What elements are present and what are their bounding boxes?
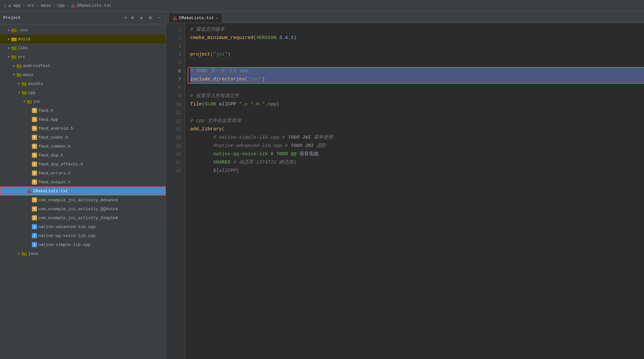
line-num-14: 14: [166, 134, 185, 142]
tree-arrow-assets: [17, 81, 22, 86]
tree-arrow-main: [11, 72, 17, 77]
svg-rect-4: [11, 29, 14, 30]
svg-rect-20: [27, 100, 29, 101]
line-numbers: 1 2 3 4 5 6 7 8 9 10 11 12 13 14 15 16 1…: [166, 23, 185, 359]
tree-item-src[interactable]: src: [0, 52, 166, 61]
breadcrumb-cpp[interactable]: cpp: [57, 3, 64, 8]
tree-item-libs[interactable]: libs: [0, 43, 166, 52]
cpp-file-icon: c: [32, 242, 37, 247]
code-line-16: native-qq-voice-lib # TODO QQ 语音实战: [190, 150, 644, 158]
tree-label-inc: inc: [33, 99, 41, 104]
tree-item-com-advance[interactable]: h com_example_jni_activity_Advance: [0, 195, 166, 204]
tree-item-native-simple[interactable]: c native-simple-lib.cpp: [0, 240, 166, 249]
cpp-file-icon: c: [32, 224, 37, 229]
tree-label-fmod-output-h: fmod_output.h: [38, 180, 71, 185]
cmake-icon-breadcrumb: [71, 4, 75, 8]
tree-label-java: java: [28, 251, 38, 256]
tree-item-fmod-errors-h[interactable]: h fmod_errors.h: [0, 169, 166, 178]
tree-item-fmod-output-h[interactable]: h fmod_output.h: [0, 178, 166, 187]
breadcrumb-src[interactable]: src: [27, 3, 34, 8]
tree-label-com-advance: com_example_jni_activity_Advance: [38, 198, 118, 202]
tree-item-fmod-android-h[interactable]: h fmod_android.h: [0, 124, 166, 133]
svg-rect-6: [11, 38, 14, 39]
sidebar-gear-btn[interactable]: ⚙: [147, 15, 154, 21]
code-line-17: SHARED # 动态库 (STATIC 静态库): [190, 158, 644, 167]
code-text-2a: cmake_minimum_required: [190, 34, 253, 42]
tree-item-cmakelists[interactable]: CMakeLists.txt: [0, 187, 166, 195]
tree-item-androidtest[interactable]: androidTest: [0, 61, 166, 70]
breadcrumb-main[interactable]: main: [41, 3, 51, 8]
tree-label-fmod-h: fmod.h: [38, 108, 53, 113]
h-file-icon: h: [32, 206, 37, 211]
tree-item-cxx[interactable]: .cxx: [0, 26, 166, 34]
sidebar-globe-btn[interactable]: ⊕: [129, 15, 136, 21]
tree-item-cpp[interactable]: cpp: [0, 88, 166, 97]
h-file-icon: h: [32, 180, 37, 185]
tree-item-fmod-codec-h[interactable]: h fmod_codec.h: [0, 133, 166, 142]
code-content[interactable]: # 最低支持版本 cmake_minimum_required(VERSION …: [185, 23, 644, 178]
tree-label-main: main: [23, 73, 33, 77]
tree-item-native-qq[interactable]: c native-qq-voice-lib.cpp: [0, 231, 166, 240]
code-text-10a: file: [190, 101, 202, 108]
folder-icon-src: [11, 54, 17, 59]
tree-label-fmod-hpp: fmod.hpp: [38, 117, 58, 122]
sidebar-minus-btn[interactable]: −: [156, 15, 162, 21]
code-text-6c: 第一步:引入: [207, 67, 240, 75]
tree-item-native-advanced[interactable]: c native-advanced-lib.cpp: [0, 222, 166, 231]
sidebar-title: Project: [3, 15, 122, 20]
tree-item-com-simple[interactable]: h com_example_jni_activity_SimpleA: [0, 213, 166, 222]
h-file-icon: h: [32, 153, 37, 158]
cmake-file-icon: [27, 188, 32, 194]
svg-rect-18: [22, 91, 24, 92]
breadcrumb-cmake[interactable]: CMakeLists.txt: [71, 3, 111, 8]
code-line-8: [190, 84, 644, 92]
editor-panel: CMakeLists.txt ✕ 1 2 3 4 5 6 7 8 9 10 11…: [166, 11, 644, 359]
code-line-2: cmake_minimum_required(VERSION 3.4.1): [190, 34, 644, 42]
tree-item-fmod-h[interactable]: h fmod.h: [0, 106, 166, 115]
code-line-7: include_directories("inc"): [190, 75, 644, 84]
tree-item-com-qqvoice[interactable]: h com_example_jni_activity_QQVoice: [0, 204, 166, 213]
tree-item-fmod-hpp[interactable]: h fmod.hpp: [0, 115, 166, 124]
tree-item-build[interactable]: build: [0, 34, 166, 43]
line-num-12: 12: [166, 117, 185, 125]
file-tree: .cxx build libs: [0, 24, 166, 359]
code-text-13a: add_library: [190, 126, 222, 133]
sidebar-dropdown-icon[interactable]: ▼: [124, 16, 127, 20]
tab-close-cmake[interactable]: ✕: [216, 16, 218, 20]
breadcrumb-sep-4: ›: [66, 3, 69, 8]
line-num-8: 8: [166, 84, 185, 92]
code-text-4a: project: [190, 51, 210, 58]
tab-label-cmake: CMakeLists.txt: [179, 16, 214, 20]
line-num-11: 11: [166, 109, 185, 117]
line-num-16: 16: [166, 150, 185, 158]
tab-cmakelists[interactable]: CMakeLists.txt ✕: [168, 13, 222, 23]
tree-item-fmod-common-h[interactable]: h fmod_common.h: [0, 142, 166, 151]
line-num-18: 18: [166, 167, 185, 175]
sidebar-split-btn[interactable]: ⇅: [138, 15, 145, 21]
tree-arrow-build: [6, 36, 11, 42]
h-file-icon: h: [32, 126, 37, 131]
line-num-7: 7: [166, 75, 185, 84]
tree-label-cxx: .cxx: [18, 28, 28, 33]
line-num-4: 4: [166, 50, 185, 59]
h-file-icon: h: [32, 215, 37, 220]
tree-item-main[interactable]: main: [0, 70, 166, 79]
code-text-6d: inc: [240, 67, 249, 75]
code-line-4: project("jni"): [190, 50, 644, 59]
breadcrumb-sep-3: ›: [53, 3, 55, 8]
tree-item-assets[interactable]: assets: [0, 79, 166, 88]
code-editor: 1 2 3 4 5 6 7 8 9 10 11 12 13 14 15 16 1…: [166, 23, 644, 359]
line-num-9: 9: [166, 92, 185, 100]
tree-label-fmod-dsp-effects-h: fmod_dsp_effects.h: [38, 162, 83, 167]
code-line-10: file(GLOB allCPP *.c *.h *.cpp): [190, 100, 644, 109]
highlighted-block: # TODO 第一步:引入 inc include_directories("i…: [190, 67, 644, 84]
tree-item-java[interactable]: java: [0, 249, 166, 258]
breadcrumb-app[interactable]: app: [13, 3, 20, 8]
tab-bar: CMakeLists.txt ✕: [166, 11, 644, 23]
tree-label-fmod-android-h: fmod_android.h: [38, 126, 73, 131]
tree-item-fmod-dsp-effects-h[interactable]: h fmod_dsp_effects.h: [0, 160, 166, 169]
cpp-file-icon: c: [32, 233, 37, 238]
tree-item-inc[interactable]: inc: [0, 97, 166, 106]
tree-item-fmod-dsp-h[interactable]: h fmod_dsp.h: [0, 151, 166, 160]
tree-arrow-inc: [22, 99, 27, 104]
